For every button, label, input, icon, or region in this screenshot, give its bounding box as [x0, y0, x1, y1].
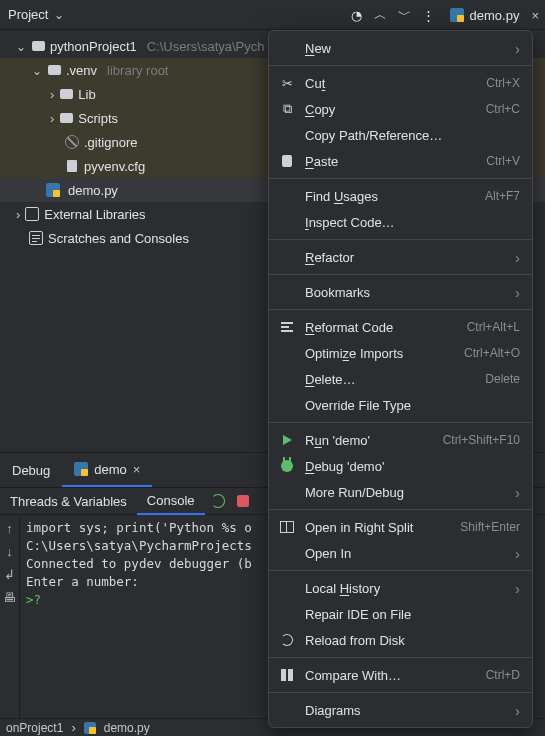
menu-separator: [269, 509, 532, 510]
menu-item-local-history[interactable]: Local History: [269, 575, 532, 601]
tree-label: Scripts: [78, 111, 118, 126]
breadcrumb-segment[interactable]: onProject1: [6, 721, 63, 735]
submenu-icon: [515, 702, 520, 719]
diff-icon: [279, 669, 295, 681]
menu-item-open-right-split[interactable]: Open in Right Split Shift+Enter: [269, 514, 532, 540]
menu-item-open-in[interactable]: Open In: [269, 540, 532, 566]
tab-threads-variables[interactable]: Threads & Variables: [0, 487, 137, 515]
folder-icon: [58, 110, 74, 126]
reload-button[interactable]: [205, 487, 231, 515]
chevron-right-icon[interactable]: [50, 111, 54, 126]
tree-label: .venv: [66, 63, 97, 78]
gitignore-icon: [64, 134, 80, 150]
down-icon[interactable]: ﹀: [396, 6, 414, 24]
debug-run-tab[interactable]: demo ×: [62, 453, 152, 487]
run-icon: [279, 435, 295, 445]
menu-label: Optimize Imports: [305, 346, 454, 361]
menu-item-override-file-type[interactable]: Override File Type: [269, 392, 532, 418]
menu-separator: [269, 178, 532, 179]
menu-item-diagrams[interactable]: Diagrams: [269, 697, 532, 723]
tree-path: C:\Users\satya\Pych: [147, 39, 265, 54]
tree-label: .gitignore: [84, 135, 137, 150]
close-icon[interactable]: ×: [133, 462, 141, 477]
history-icon[interactable]: ◔: [348, 8, 366, 23]
tree-label: pyvenv.cfg: [84, 159, 145, 174]
menu-item-more-run-debug[interactable]: More Run/Debug: [269, 479, 532, 505]
debug-tool-label: Debug: [12, 463, 50, 478]
menu-label: Debug 'demo': [305, 459, 520, 474]
reload-icon: [211, 494, 225, 508]
menu-item-debug[interactable]: Debug 'demo': [269, 453, 532, 479]
editor-tab-bar: ◔ ︿ ﹀ ⋮ demo.py ×: [342, 0, 545, 30]
menu-label: Cut: [305, 76, 476, 91]
shortcut: Delete: [485, 372, 520, 386]
menu-label: Copy: [305, 102, 476, 117]
tab-label: Console: [147, 493, 195, 508]
menu-label: Reformat Code: [305, 320, 457, 335]
close-icon[interactable]: ×: [531, 8, 539, 23]
menu-separator: [269, 239, 532, 240]
shortcut: Alt+F7: [485, 189, 520, 203]
shortcut: Ctrl+V: [486, 154, 520, 168]
python-file-icon: [84, 722, 96, 734]
shortcut: Ctrl+D: [486, 668, 520, 682]
menu-item-reload-from-disk[interactable]: Reload from Disk: [269, 627, 532, 653]
scroll-up-icon[interactable]: ↑: [6, 521, 13, 536]
menu-label: Local History: [305, 581, 505, 596]
menu-item-find-usages[interactable]: Find Usages Alt+F7: [269, 183, 532, 209]
menu-item-bookmarks[interactable]: Bookmarks: [269, 279, 532, 305]
menu-label: ew: [314, 41, 331, 56]
menu-item-paste[interactable]: Paste Ctrl+V: [269, 148, 532, 174]
split-icon: [279, 521, 295, 533]
menu-item-copy[interactable]: ⧉ Copy Ctrl+C: [269, 96, 532, 122]
debug-tool-tab[interactable]: Debug: [0, 453, 62, 487]
editor-tab-label: demo.py: [470, 8, 520, 23]
chevron-right-icon[interactable]: [50, 87, 54, 102]
menu-item-inspect-code[interactable]: Inspect Code…: [269, 209, 532, 235]
folder-icon: [30, 38, 46, 54]
stop-button[interactable]: [231, 487, 255, 515]
chevron-down-icon[interactable]: [16, 39, 26, 54]
soft-wrap-icon[interactable]: ↲: [4, 567, 15, 582]
print-icon[interactable]: 🖶: [3, 590, 16, 605]
menu-item-refactor[interactable]: Refactor: [269, 244, 532, 270]
chevron-right-icon[interactable]: [16, 207, 20, 222]
chevron-down-icon: [54, 7, 64, 22]
chevron-down-icon[interactable]: [32, 63, 42, 78]
menu-label: Inspect Code…: [305, 215, 520, 230]
menu-item-run[interactable]: Run 'demo' Ctrl+Shift+F10: [269, 427, 532, 453]
more-icon[interactable]: ⋮: [420, 8, 438, 23]
project-title: Project: [8, 7, 48, 22]
menu-item-reformat[interactable]: Reformat Code Ctrl+Alt+L: [269, 314, 532, 340]
tree-label: Lib: [78, 87, 95, 102]
menu-item-compare-with[interactable]: Compare With… Ctrl+D: [269, 662, 532, 688]
menu-separator: [269, 65, 532, 66]
menu-item-copy-path[interactable]: Copy Path/Reference…: [269, 122, 532, 148]
shortcut: Ctrl+Alt+O: [464, 346, 520, 360]
breadcrumb-segment[interactable]: demo.py: [104, 721, 150, 735]
tab-label: Threads & Variables: [10, 494, 127, 509]
tab-console[interactable]: Console: [137, 487, 205, 515]
menu-separator: [269, 309, 532, 310]
editor-tab-demo[interactable]: demo.py: [444, 8, 526, 23]
libraries-icon: [24, 206, 40, 222]
console-line: Connected to pydev debugger (b: [26, 556, 252, 571]
menu-item-delete[interactable]: Delete… Delete: [269, 366, 532, 392]
console-line: C:\Users\satya\PycharmProjects: [26, 538, 252, 553]
menu-item-new[interactable]: New: [269, 35, 532, 61]
clipboard-icon: [279, 155, 295, 167]
menu-label: Refactor: [305, 250, 505, 265]
menu-separator: [269, 274, 532, 275]
menu-item-optimize-imports[interactable]: Optimize Imports Ctrl+Alt+O: [269, 340, 532, 366]
scratches-icon: [28, 230, 44, 246]
debug-run-label: demo: [94, 462, 127, 477]
menu-label: Run 'demo': [305, 433, 433, 448]
menu-item-cut[interactable]: ✂ Cut Ctrl+X: [269, 70, 532, 96]
scroll-down-icon[interactable]: ↓: [6, 544, 13, 559]
up-icon[interactable]: ︿: [372, 6, 390, 24]
submenu-icon: [515, 249, 520, 266]
menu-item-repair-ide[interactable]: Repair IDE on File: [269, 601, 532, 627]
console-prompt: >?: [26, 592, 41, 607]
python-file-icon: [46, 183, 60, 197]
menu-label: Bookmarks: [305, 285, 505, 300]
